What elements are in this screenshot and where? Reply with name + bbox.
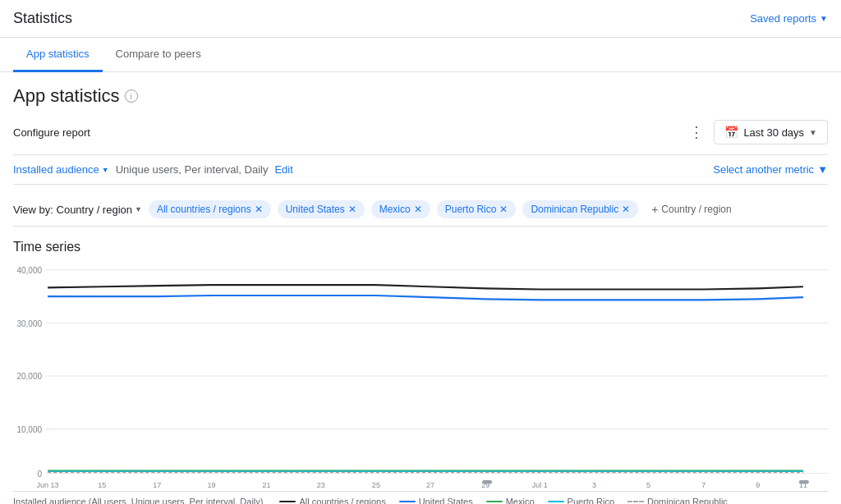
tab-app-statistics[interactable]: App statistics: [13, 38, 103, 72]
info-icon[interactable]: i: [125, 89, 138, 103]
svg-text:7: 7: [701, 480, 705, 488]
metric-left: Installed audience ▼ Unique users, Per i…: [13, 163, 293, 176]
svg-text:19: 19: [207, 480, 215, 488]
svg-text:Jun 13: Jun 13: [37, 480, 59, 488]
time-series-chart: 40,000 30,000 20,000 10,000 0 Jun 13 1: [13, 261, 828, 491]
svg-text:0: 0: [38, 469, 43, 478]
legend-line-mexico: [486, 501, 503, 502]
saved-reports-chevron-icon: ▼: [820, 14, 828, 23]
svg-text:30,000: 30,000: [16, 318, 42, 328]
add-country-region-button[interactable]: + Country / region: [645, 199, 738, 219]
metric-row: Installed audience ▼ Unique users, Per i…: [13, 154, 828, 185]
svg-text:25: 25: [372, 480, 380, 488]
legend-line-united-states: [399, 501, 416, 502]
main-content: App statistics i Configure report ⋮ 📅 La…: [0, 72, 841, 504]
select-another-metric-button[interactable]: Select another metric ▼: [713, 163, 828, 176]
chip-united-states[interactable]: United States ✕: [278, 200, 365, 218]
svg-rect-25: [482, 480, 492, 483]
calendar-icon: 📅: [724, 126, 738, 139]
saved-reports-button[interactable]: Saved reports ▼: [750, 12, 828, 25]
tab-compare-to-peers[interactable]: Compare to peers: [103, 38, 214, 72]
chart-container: 40,000 30,000 20,000 10,000 0 Jun 13 1: [13, 261, 828, 491]
more-options-button[interactable]: ⋮: [686, 120, 707, 144]
chip-close-puerto-rico-icon[interactable]: ✕: [499, 204, 508, 214]
legend-item-all-countries: All countries / regions: [279, 497, 385, 504]
legend-item-mexico: Mexico: [486, 497, 535, 504]
configure-actions: ⋮ 📅 Last 30 days ▼: [686, 120, 828, 144]
chip-close-united-states-icon[interactable]: ✕: [348, 204, 356, 214]
chip-close-mexico-icon[interactable]: ✕: [414, 204, 422, 214]
legend-label-all-countries: All countries / regions: [299, 497, 385, 504]
date-range-button[interactable]: 📅 Last 30 days ▼: [714, 120, 828, 144]
configure-label: Configure report: [13, 126, 90, 139]
time-series-title: Time series: [13, 240, 828, 254]
primary-metric-dropdown[interactable]: Installed audience ▼: [13, 163, 109, 176]
svg-text:9: 9: [756, 480, 760, 488]
view-by-dropdown[interactable]: View by: Country / region ▼: [13, 204, 142, 216]
svg-rect-26: [799, 480, 809, 483]
svg-text:21: 21: [263, 480, 271, 488]
add-icon: +: [651, 203, 658, 216]
legend-line-puerto-rico: [548, 501, 564, 502]
view-by-chevron-icon: ▼: [135, 205, 142, 213]
svg-text:27: 27: [426, 480, 434, 488]
metric-description: Unique users, Per interval, Daily: [116, 163, 269, 176]
primary-metric-chevron-icon: ▼: [102, 166, 109, 174]
page-title: Statistics: [13, 10, 72, 27]
chip-puerto-rico[interactable]: Puerto Rico ✕: [437, 200, 517, 218]
select-metric-chevron-icon: ▼: [817, 163, 828, 176]
page-heading: App statistics i: [13, 85, 828, 107]
svg-text:20,000: 20,000: [16, 372, 42, 381]
svg-text:Jul 1: Jul 1: [532, 480, 548, 488]
svg-text:5: 5: [646, 480, 650, 488]
chip-mexico[interactable]: Mexico ✕: [371, 200, 430, 218]
time-series-section: Time series 40,000 30,000 20,000 10,00: [13, 240, 828, 491]
chart-legend: Installed audience (All users, Unique us…: [13, 491, 828, 504]
legend-item-united-states: United States: [399, 497, 473, 504]
date-chevron-icon: ▼: [809, 128, 817, 137]
legend-line-dominican-republic: [627, 501, 644, 502]
svg-text:10,000: 10,000: [16, 425, 42, 434]
svg-text:3: 3: [592, 480, 596, 488]
top-bar: Statistics Saved reports ▼: [0, 0, 841, 38]
legend-label-mexico: Mexico: [506, 497, 535, 504]
svg-text:17: 17: [153, 480, 161, 488]
svg-text:23: 23: [317, 480, 325, 488]
svg-text:15: 15: [98, 480, 106, 488]
legend-line-all-countries: [279, 501, 296, 502]
chip-close-all-countries-icon[interactable]: ✕: [255, 204, 263, 214]
edit-metric-button[interactable]: Edit: [274, 163, 292, 176]
tabs-bar: App statistics Compare to peers: [0, 38, 841, 72]
configure-row: Configure report ⋮ 📅 Last 30 days ▼: [13, 120, 828, 144]
chip-all-countries[interactable]: All countries / regions ✕: [149, 200, 271, 218]
app-statistics-heading: App statistics: [13, 85, 120, 107]
legend-description: Installed audience (All users, Unique us…: [13, 497, 263, 504]
svg-text:40,000: 40,000: [16, 266, 42, 275]
chip-dominican-republic[interactable]: Dominican Republic ✕: [522, 200, 638, 218]
legend-label-united-states: United States: [419, 497, 473, 504]
legend-item-dominican-republic: Dominican Republic: [627, 497, 728, 504]
legend-label-dominican-republic: Dominican Republic: [647, 497, 728, 504]
filter-row: View by: Country / region ▼ All countrie…: [13, 193, 828, 227]
legend-item-puerto-rico: Puerto Rico: [548, 497, 614, 504]
chip-close-dominican-republic-icon[interactable]: ✕: [622, 204, 630, 214]
legend-label-puerto-rico: Puerto Rico: [568, 497, 614, 504]
